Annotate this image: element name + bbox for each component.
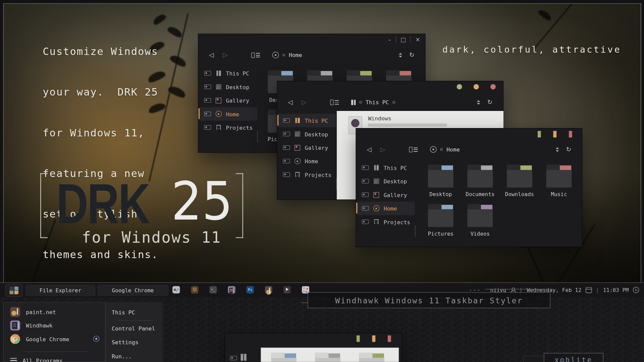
folder-documents[interactable]: Documents bbox=[467, 165, 493, 197]
this-pc-icon bbox=[241, 354, 247, 361]
explorer-window-partial[interactable] bbox=[225, 333, 402, 362]
forward-button[interactable]: ▷ bbox=[223, 51, 227, 59]
submenu-item-settings[interactable]: Settings bbox=[106, 335, 163, 349]
view-menu-icon[interactable] bbox=[330, 100, 339, 105]
sidebar-resize-handle[interactable] bbox=[257, 131, 258, 142]
control-separator bbox=[395, 36, 396, 43]
minimize-button[interactable] bbox=[538, 131, 541, 138]
tweaker-icon[interactable] bbox=[228, 286, 235, 293]
breadcrumb-label: Home bbox=[446, 146, 460, 153]
sidebar-item-home[interactable]: Home bbox=[357, 201, 415, 215]
folder-music[interactable]: Music bbox=[546, 165, 572, 197]
sort-icon[interactable] bbox=[477, 100, 480, 104]
toggle-icon bbox=[204, 71, 211, 75]
sidebar-item-gallery[interactable]: Gallery bbox=[278, 141, 336, 154]
sidebar-item-gallery[interactable]: Gallery bbox=[199, 94, 257, 107]
sidebar-item-projects[interactable]: Projects bbox=[199, 121, 257, 134]
start-menu-item-paintnet[interactable]: paint.net bbox=[4, 305, 105, 318]
projects-icon bbox=[374, 219, 378, 225]
minimize-button[interactable]: – bbox=[388, 36, 391, 43]
sidebar-item-desktop[interactable]: Desktop bbox=[357, 174, 415, 188]
forward-button[interactable]: ▷ bbox=[302, 99, 306, 106]
back-button[interactable]: ◁ bbox=[209, 51, 214, 59]
titlebar[interactable]: – □ × bbox=[198, 34, 425, 47]
folder-icon[interactable] bbox=[271, 353, 297, 362]
minimize-button[interactable] bbox=[457, 84, 462, 89]
sidebar-item-projects[interactable]: Projects bbox=[357, 215, 415, 229]
taskbar-button-file-explorer[interactable]: File Explorer bbox=[25, 285, 95, 296]
gear-icon[interactable]: ⚙ bbox=[191, 286, 198, 293]
marketing-line: Customize Windows bbox=[43, 46, 158, 58]
close-button[interactable]: × bbox=[415, 36, 420, 43]
gallery-icon bbox=[216, 98, 221, 103]
view-menu-icon[interactable] bbox=[252, 52, 260, 58]
start-menu-item-all-programs[interactable]: All Programs bbox=[4, 354, 105, 362]
breadcrumb[interactable]: Home bbox=[430, 146, 460, 153]
maximize-button[interactable] bbox=[474, 84, 479, 89]
maximize-button[interactable] bbox=[372, 335, 375, 342]
start-menu-item-google-chrome[interactable]: Google Chrome bbox=[4, 332, 105, 346]
titlebar[interactable] bbox=[277, 81, 503, 94]
close-button[interactable] bbox=[388, 335, 391, 342]
toggle-icon bbox=[362, 192, 369, 197]
time-text[interactable]: 11:03 PM bbox=[603, 287, 629, 293]
sidebar-item-desktop[interactable]: Desktop bbox=[278, 127, 336, 141]
photoshop-icon[interactable]: Ps bbox=[247, 286, 254, 293]
this-pc-icon bbox=[351, 100, 356, 105]
folder-desktop[interactable]: Desktop bbox=[428, 165, 453, 197]
media-player-icon[interactable] bbox=[283, 286, 291, 293]
folder-icon bbox=[467, 165, 493, 188]
submenu-item-this-pc[interactable]: This PC bbox=[106, 305, 163, 319]
folder-pictures[interactable]: Pictures bbox=[428, 204, 453, 237]
back-button[interactable]: ◁ bbox=[288, 99, 292, 106]
terminal-icon[interactable]: >_ bbox=[209, 286, 217, 293]
sidebar-item-gallery[interactable]: Gallery bbox=[357, 188, 415, 201]
annotation-xoblite: xoblite bbox=[544, 353, 603, 362]
desktop-icon bbox=[295, 131, 300, 137]
sidebar-item-desktop[interactable]: Desktop bbox=[199, 80, 257, 94]
sidebar-item-this-pc[interactable]: This PC bbox=[357, 161, 415, 174]
folder-icon[interactable] bbox=[315, 353, 340, 362]
breadcrumb[interactable]: This PC bbox=[351, 99, 395, 106]
windhawk-icon bbox=[10, 320, 20, 330]
folder-icon[interactable] bbox=[359, 353, 384, 362]
folder-videos[interactable]: Videos bbox=[467, 204, 493, 237]
close-button[interactable] bbox=[490, 84, 496, 89]
back-button[interactable]: ◁ bbox=[367, 146, 371, 153]
folder-downloads[interactable]: Downloads bbox=[507, 165, 532, 197]
breadcrumb[interactable]: Home bbox=[272, 52, 302, 58]
taskbar-button-google-chrome[interactable]: Google Chrome bbox=[97, 285, 168, 296]
sidebar-resize-handle[interactable] bbox=[415, 226, 416, 236]
explorer-window-home-right[interactable]: ◁ ▷ Home ↻ This PC Desktop Gallery Home … bbox=[356, 128, 582, 247]
maximize-button[interactable] bbox=[553, 131, 556, 138]
maximize-button[interactable]: □ bbox=[400, 36, 406, 43]
menu-separator bbox=[22, 351, 89, 352]
sidebar-item-projects[interactable]: Projects bbox=[278, 168, 336, 181]
refresh-icon[interactable]: ↻ bbox=[409, 51, 414, 59]
titlebar[interactable] bbox=[356, 128, 582, 141]
sidebar-item-home[interactable]: Home bbox=[278, 154, 336, 168]
paintnet-icon[interactable] bbox=[265, 286, 272, 293]
view-menu-icon[interactable] bbox=[409, 147, 418, 152]
drive-name[interactable]: Windows bbox=[368, 115, 391, 122]
clock-icon bbox=[633, 287, 639, 293]
start-button[interactable] bbox=[5, 284, 22, 297]
windows-logo-icon bbox=[9, 287, 18, 294]
refresh-icon[interactable]: ↻ bbox=[487, 99, 492, 106]
sidebar-item-this-pc[interactable]: This PC bbox=[278, 114, 336, 127]
projects-icon bbox=[295, 172, 300, 177]
sidebar-item-home[interactable]: Home bbox=[199, 107, 257, 121]
start-menu-item-windhawk[interactable]: Windhawk bbox=[4, 318, 105, 332]
sidebar-item-label: Gallery bbox=[305, 144, 328, 151]
refresh-icon[interactable]: ↻ bbox=[566, 146, 571, 153]
screen: Customize Windows your way. DRK 25 for W… bbox=[0, 0, 644, 362]
close-button[interactable] bbox=[569, 131, 572, 138]
sidebar-item-this-pc[interactable]: This PC bbox=[199, 66, 257, 80]
sort-icon[interactable] bbox=[399, 53, 402, 57]
sort-icon[interactable] bbox=[556, 147, 559, 152]
submenu-item-run[interactable]: Run... bbox=[106, 349, 163, 362]
minimize-button[interactable] bbox=[357, 335, 360, 342]
gamepad-icon[interactable] bbox=[172, 286, 180, 293]
forward-button[interactable]: ▷ bbox=[381, 146, 385, 153]
submenu-item-control-panel[interactable]: Control Panel bbox=[106, 321, 163, 336]
